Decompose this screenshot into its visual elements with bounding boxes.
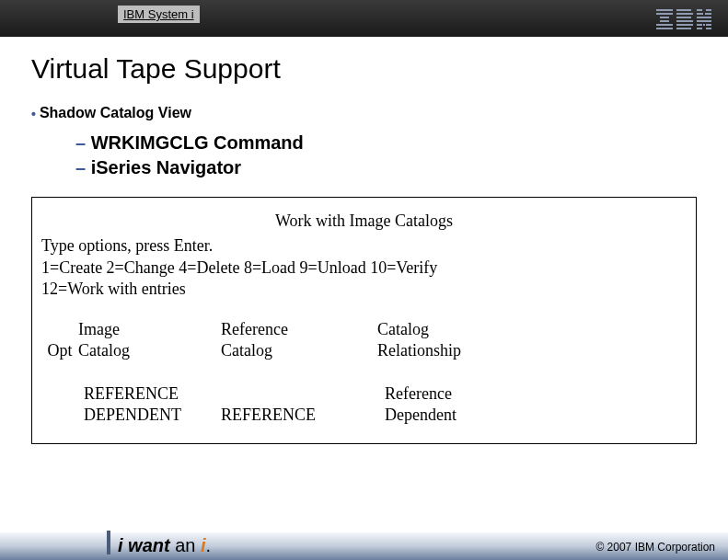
cell-r2-ref: REFERENCE <box>221 405 377 426</box>
svg-rect-22 <box>703 24 705 26</box>
svg-rect-18 <box>697 20 702 22</box>
product-line-label: IBM System i <box>118 6 200 23</box>
svg-rect-8 <box>676 17 691 18</box>
col-header-opt: Opt <box>41 340 78 361</box>
svg-rect-9 <box>676 20 693 22</box>
ibm-logo <box>656 9 711 29</box>
svg-rect-19 <box>702 20 706 22</box>
sub-bullet-list: – WRKIMGCLG Command – iSeries Navigator <box>75 131 697 180</box>
svg-rect-17 <box>704 17 711 18</box>
sub-bullet-a-text: WRKIMGCLG Command <box>91 132 304 153</box>
slide-body: Virtual Tape Support •Shadow Catalog Vie… <box>0 37 728 444</box>
bullet-main: •Shadow Catalog View <box>31 105 697 121</box>
svg-rect-1 <box>656 13 673 15</box>
cell-r2-rel: Dependent <box>385 405 561 426</box>
col-header-ref-l1: Reference <box>221 319 377 340</box>
tagline-plain: an <box>170 535 201 555</box>
tagline-dot: . <box>206 535 212 555</box>
svg-rect-15 <box>705 13 711 15</box>
column-headers: Opt Image Catalog Reference Catalog Cata… <box>41 319 687 362</box>
svg-rect-6 <box>676 9 691 11</box>
svg-rect-21 <box>697 24 702 26</box>
col-header-image-l1: Image <box>78 319 221 340</box>
footer-copyright: © 2007 IBM Corporation <box>595 541 715 554</box>
svg-rect-4 <box>656 24 673 26</box>
svg-rect-20 <box>706 20 711 22</box>
cell-r2-image: DEPENDENT <box>84 405 221 426</box>
tagline-bold: i want <box>118 535 170 555</box>
screen-title: Work with Image Catalogs <box>41 211 687 232</box>
cell-r1-rel: Reference <box>385 383 561 405</box>
col-header-ref-l2: Catalog <box>221 340 377 361</box>
bullet-dot-icon: • <box>31 107 36 121</box>
svg-rect-14 <box>697 13 703 15</box>
svg-rect-2 <box>660 17 669 18</box>
sub-bullet-b: – iSeries Navigator <box>75 155 697 180</box>
svg-rect-13 <box>706 9 711 11</box>
svg-rect-16 <box>697 17 704 18</box>
screen-options-line2: 12=Work with entries <box>41 279 687 300</box>
svg-rect-12 <box>697 9 702 11</box>
terminal-screen: Work with Image Catalogs Type options, p… <box>31 197 697 444</box>
col-header-opt-blank <box>41 319 78 340</box>
svg-rect-0 <box>656 9 673 11</box>
col-header-image-l2: Catalog <box>78 340 221 361</box>
sub-bullet-b-text: iSeries Navigator <box>91 157 241 177</box>
svg-rect-10 <box>676 24 693 26</box>
svg-rect-11 <box>676 28 691 29</box>
col-header-rel-l2: Relationship <box>377 340 561 361</box>
footer-marker-icon <box>107 531 110 554</box>
svg-rect-3 <box>660 20 669 22</box>
cell-r1-image: REFERENCE <box>84 383 221 405</box>
footer: i want an i. © 2007 IBM Corporation <box>0 525 728 560</box>
dash-icon: – <box>75 157 91 177</box>
col-header-rel-l1: Catalog <box>377 319 561 340</box>
cell-r1-ref <box>221 383 377 405</box>
data-rows: REFERENCE DEPENDENT REFERENCE Reference … <box>41 383 687 425</box>
svg-rect-7 <box>676 13 693 15</box>
svg-rect-24 <box>697 28 702 29</box>
screen-options-line1: 1=Create 2=Change 4=Delete 8=Load 9=Unlo… <box>41 257 687 279</box>
screen-instruction: Type options, press Enter. <box>41 235 687 257</box>
sub-bullet-a: – WRKIMGCLG Command <box>75 131 697 155</box>
svg-rect-5 <box>656 28 673 29</box>
slide-title: Virtual Tape Support <box>31 53 697 85</box>
footer-tagline: i want an i. <box>118 535 211 556</box>
header-band: IBM System i <box>0 0 728 37</box>
svg-rect-23 <box>706 24 711 26</box>
bullet-main-text: Shadow Catalog View <box>40 105 191 120</box>
svg-rect-25 <box>706 28 711 29</box>
dash-icon: – <box>75 132 91 153</box>
